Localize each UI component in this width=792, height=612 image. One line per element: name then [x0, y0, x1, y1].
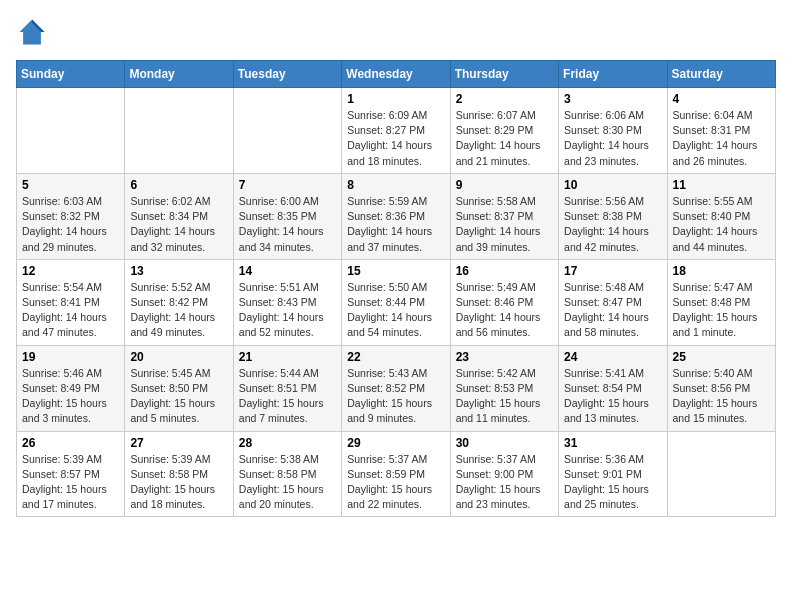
day-cell: 12Sunrise: 5:54 AM Sunset: 8:41 PM Dayli…	[17, 259, 125, 345]
day-info: Sunrise: 5:49 AM Sunset: 8:46 PM Dayligh…	[456, 280, 553, 341]
day-cell: 31Sunrise: 5:36 AM Sunset: 9:01 PM Dayli…	[559, 431, 667, 517]
day-number: 14	[239, 264, 336, 278]
day-number: 20	[130, 350, 227, 364]
day-number: 9	[456, 178, 553, 192]
day-info: Sunrise: 6:04 AM Sunset: 8:31 PM Dayligh…	[673, 108, 770, 169]
day-number: 18	[673, 264, 770, 278]
weekday-header-sunday: Sunday	[17, 61, 125, 88]
week-row-3: 12Sunrise: 5:54 AM Sunset: 8:41 PM Dayli…	[17, 259, 776, 345]
day-info: Sunrise: 5:54 AM Sunset: 8:41 PM Dayligh…	[22, 280, 119, 341]
day-number: 11	[673, 178, 770, 192]
day-info: Sunrise: 5:38 AM Sunset: 8:58 PM Dayligh…	[239, 452, 336, 513]
day-cell: 9Sunrise: 5:58 AM Sunset: 8:37 PM Daylig…	[450, 173, 558, 259]
day-number: 3	[564, 92, 661, 106]
day-cell	[667, 431, 775, 517]
day-cell: 13Sunrise: 5:52 AM Sunset: 8:42 PM Dayli…	[125, 259, 233, 345]
day-info: Sunrise: 5:45 AM Sunset: 8:50 PM Dayligh…	[130, 366, 227, 427]
weekday-header-friday: Friday	[559, 61, 667, 88]
day-number: 4	[673, 92, 770, 106]
day-number: 12	[22, 264, 119, 278]
day-info: Sunrise: 6:06 AM Sunset: 8:30 PM Dayligh…	[564, 108, 661, 169]
day-number: 29	[347, 436, 444, 450]
day-number: 25	[673, 350, 770, 364]
day-info: Sunrise: 5:52 AM Sunset: 8:42 PM Dayligh…	[130, 280, 227, 341]
day-number: 2	[456, 92, 553, 106]
day-number: 13	[130, 264, 227, 278]
week-row-1: 1Sunrise: 6:09 AM Sunset: 8:27 PM Daylig…	[17, 88, 776, 174]
logo	[16, 16, 52, 48]
day-cell: 6Sunrise: 6:02 AM Sunset: 8:34 PM Daylig…	[125, 173, 233, 259]
day-cell	[233, 88, 341, 174]
day-cell: 22Sunrise: 5:43 AM Sunset: 8:52 PM Dayli…	[342, 345, 450, 431]
weekday-header-row: SundayMondayTuesdayWednesdayThursdayFrid…	[17, 61, 776, 88]
day-info: Sunrise: 6:09 AM Sunset: 8:27 PM Dayligh…	[347, 108, 444, 169]
day-cell: 5Sunrise: 6:03 AM Sunset: 8:32 PM Daylig…	[17, 173, 125, 259]
day-cell: 20Sunrise: 5:45 AM Sunset: 8:50 PM Dayli…	[125, 345, 233, 431]
day-cell: 16Sunrise: 5:49 AM Sunset: 8:46 PM Dayli…	[450, 259, 558, 345]
day-cell: 26Sunrise: 5:39 AM Sunset: 8:57 PM Dayli…	[17, 431, 125, 517]
day-info: Sunrise: 5:43 AM Sunset: 8:52 PM Dayligh…	[347, 366, 444, 427]
day-number: 21	[239, 350, 336, 364]
day-number: 23	[456, 350, 553, 364]
svg-marker-0	[20, 20, 45, 45]
day-number: 26	[22, 436, 119, 450]
day-info: Sunrise: 6:07 AM Sunset: 8:29 PM Dayligh…	[456, 108, 553, 169]
day-cell: 11Sunrise: 5:55 AM Sunset: 8:40 PM Dayli…	[667, 173, 775, 259]
day-number: 5	[22, 178, 119, 192]
day-info: Sunrise: 5:46 AM Sunset: 8:49 PM Dayligh…	[22, 366, 119, 427]
day-cell: 24Sunrise: 5:41 AM Sunset: 8:54 PM Dayli…	[559, 345, 667, 431]
day-number: 31	[564, 436, 661, 450]
page-header	[16, 16, 776, 48]
day-number: 15	[347, 264, 444, 278]
day-info: Sunrise: 5:55 AM Sunset: 8:40 PM Dayligh…	[673, 194, 770, 255]
day-number: 7	[239, 178, 336, 192]
day-cell	[125, 88, 233, 174]
calendar: SundayMondayTuesdayWednesdayThursdayFrid…	[16, 60, 776, 517]
day-info: Sunrise: 5:39 AM Sunset: 8:58 PM Dayligh…	[130, 452, 227, 513]
day-number: 22	[347, 350, 444, 364]
day-cell: 21Sunrise: 5:44 AM Sunset: 8:51 PM Dayli…	[233, 345, 341, 431]
week-row-5: 26Sunrise: 5:39 AM Sunset: 8:57 PM Dayli…	[17, 431, 776, 517]
day-cell: 10Sunrise: 5:56 AM Sunset: 8:38 PM Dayli…	[559, 173, 667, 259]
weekday-header-monday: Monday	[125, 61, 233, 88]
day-info: Sunrise: 5:36 AM Sunset: 9:01 PM Dayligh…	[564, 452, 661, 513]
day-number: 24	[564, 350, 661, 364]
day-number: 17	[564, 264, 661, 278]
day-info: Sunrise: 5:37 AM Sunset: 9:00 PM Dayligh…	[456, 452, 553, 513]
day-cell: 1Sunrise: 6:09 AM Sunset: 8:27 PM Daylig…	[342, 88, 450, 174]
weekday-header-saturday: Saturday	[667, 61, 775, 88]
day-info: Sunrise: 5:37 AM Sunset: 8:59 PM Dayligh…	[347, 452, 444, 513]
day-cell: 7Sunrise: 6:00 AM Sunset: 8:35 PM Daylig…	[233, 173, 341, 259]
day-cell: 3Sunrise: 6:06 AM Sunset: 8:30 PM Daylig…	[559, 88, 667, 174]
day-cell: 28Sunrise: 5:38 AM Sunset: 8:58 PM Dayli…	[233, 431, 341, 517]
weekday-header-wednesday: Wednesday	[342, 61, 450, 88]
day-number: 30	[456, 436, 553, 450]
day-cell: 25Sunrise: 5:40 AM Sunset: 8:56 PM Dayli…	[667, 345, 775, 431]
week-row-2: 5Sunrise: 6:03 AM Sunset: 8:32 PM Daylig…	[17, 173, 776, 259]
day-cell	[17, 88, 125, 174]
day-cell: 17Sunrise: 5:48 AM Sunset: 8:47 PM Dayli…	[559, 259, 667, 345]
weekday-header-tuesday: Tuesday	[233, 61, 341, 88]
day-number: 10	[564, 178, 661, 192]
day-cell: 19Sunrise: 5:46 AM Sunset: 8:49 PM Dayli…	[17, 345, 125, 431]
day-number: 27	[130, 436, 227, 450]
day-number: 1	[347, 92, 444, 106]
day-cell: 30Sunrise: 5:37 AM Sunset: 9:00 PM Dayli…	[450, 431, 558, 517]
day-info: Sunrise: 5:50 AM Sunset: 8:44 PM Dayligh…	[347, 280, 444, 341]
day-cell: 27Sunrise: 5:39 AM Sunset: 8:58 PM Dayli…	[125, 431, 233, 517]
day-info: Sunrise: 6:03 AM Sunset: 8:32 PM Dayligh…	[22, 194, 119, 255]
day-number: 28	[239, 436, 336, 450]
day-number: 19	[22, 350, 119, 364]
day-cell: 18Sunrise: 5:47 AM Sunset: 8:48 PM Dayli…	[667, 259, 775, 345]
day-info: Sunrise: 5:56 AM Sunset: 8:38 PM Dayligh…	[564, 194, 661, 255]
day-info: Sunrise: 6:02 AM Sunset: 8:34 PM Dayligh…	[130, 194, 227, 255]
day-cell: 4Sunrise: 6:04 AM Sunset: 8:31 PM Daylig…	[667, 88, 775, 174]
day-info: Sunrise: 5:44 AM Sunset: 8:51 PM Dayligh…	[239, 366, 336, 427]
day-cell: 23Sunrise: 5:42 AM Sunset: 8:53 PM Dayli…	[450, 345, 558, 431]
day-info: Sunrise: 6:00 AM Sunset: 8:35 PM Dayligh…	[239, 194, 336, 255]
day-info: Sunrise: 5:40 AM Sunset: 8:56 PM Dayligh…	[673, 366, 770, 427]
logo-icon	[16, 16, 48, 48]
day-number: 16	[456, 264, 553, 278]
weekday-header-thursday: Thursday	[450, 61, 558, 88]
day-cell: 15Sunrise: 5:50 AM Sunset: 8:44 PM Dayli…	[342, 259, 450, 345]
